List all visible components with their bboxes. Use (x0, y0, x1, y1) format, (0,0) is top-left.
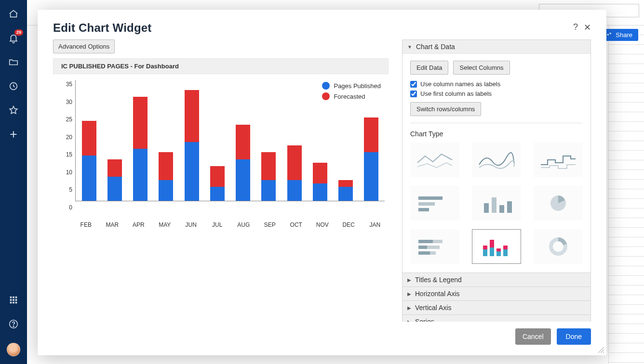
x-tick: SEP (259, 221, 281, 228)
create-icon[interactable] (8, 129, 19, 140)
checkbox-input[interactable] (410, 81, 417, 88)
plot-area: Pages Published Forecasted (75, 80, 385, 201)
chevron-right-icon: ▶ (407, 305, 411, 311)
bar-column (233, 125, 254, 201)
svg-point-11 (13, 326, 13, 326)
chart-type-bar-horizontal[interactable] (410, 186, 459, 221)
recent-icon[interactable] (8, 81, 19, 91)
svg-rect-6 (15, 299, 17, 301)
accordion-vertical-axis: ▶ Vertical Axis (402, 300, 591, 315)
chart-type-donut[interactable] (534, 229, 583, 264)
y-tick: 0 (69, 204, 72, 211)
edit-chart-widget-modal: Edit Chart Widget ? ✕ Advanced Options I… (38, 10, 606, 355)
bar-segment-secondary (82, 121, 96, 156)
notification-icon[interactable]: 29 (8, 33, 19, 43)
checkbox-input[interactable] (410, 91, 417, 97)
accordion-header-horizontal-axis[interactable]: ▶ Horizontal Axis (402, 287, 590, 300)
chart-type-bar-vertical-stacked[interactable] (472, 229, 521, 264)
y-tick: 20 (66, 134, 72, 141)
x-tick: MAY (154, 221, 176, 228)
bar-segment-secondary (107, 159, 122, 177)
svg-rect-21 (433, 240, 443, 243)
close-icon[interactable]: ✕ (584, 22, 591, 33)
svg-rect-30 (496, 251, 501, 256)
accordion-header-titles-legend[interactable]: ▶ Titles & Legend (402, 273, 590, 286)
svg-rect-24 (418, 251, 430, 255)
svg-rect-2 (13, 297, 14, 299)
help-icon[interactable] (8, 319, 19, 329)
done-button[interactable]: Done (557, 328, 591, 345)
svg-rect-25 (430, 251, 436, 255)
star-icon[interactable] (8, 105, 19, 116)
bar-segment-primary (185, 142, 199, 201)
accordion-header-chart-data[interactable]: ▼ Chart & Data (402, 40, 590, 53)
checkbox-column-names[interactable]: Use column names as labels (410, 80, 583, 88)
cancel-button[interactable]: Cancel (515, 328, 551, 345)
bar-segment-secondary (185, 90, 199, 142)
accordion-label: Titles & Legend (415, 276, 462, 284)
bar-column (284, 145, 305, 201)
switch-rows-columns-button[interactable]: Switch rows/columns (410, 102, 481, 116)
chart-type-line-smooth[interactable] (472, 143, 521, 177)
y-tick: 5 (69, 186, 72, 193)
x-tick: MAR (102, 221, 123, 228)
y-tick: 35 (66, 81, 72, 88)
bar-segment-primary (210, 187, 225, 201)
bar-segment-primary (159, 180, 173, 201)
bar-segment-secondary (133, 97, 148, 149)
svg-rect-27 (483, 246, 487, 249)
legend-label-primary: Pages Published (334, 82, 381, 90)
legend-swatch-icon (322, 92, 330, 100)
legend-label-secondary: Forecasted (334, 93, 365, 100)
edit-data-button[interactable]: Edit Data (410, 61, 448, 75)
x-tick: FEB (75, 221, 97, 228)
bar-segment-secondary (159, 152, 173, 180)
chart-type-line[interactable] (410, 143, 459, 177)
apps-icon[interactable] (8, 295, 19, 305)
accordion-titles-legend: ▶ Titles & Legend (402, 273, 591, 287)
chart-type-bar-vertical[interactable] (472, 186, 521, 221)
bar-segment-primary (261, 180, 276, 201)
y-tick: 30 (66, 99, 72, 105)
chart-type-pie[interactable] (534, 186, 583, 221)
svg-rect-17 (499, 205, 504, 213)
select-columns-button[interactable]: Select Columns (453, 61, 510, 75)
chart-type-label: Chart Type (410, 130, 583, 138)
svg-rect-13 (418, 202, 435, 206)
svg-rect-1 (10, 297, 12, 299)
chart-preview: IC PUBLISHED PAGES - For Dashboard 35302… (53, 58, 389, 228)
bar-column (130, 97, 151, 201)
bar-column (181, 90, 202, 201)
accordion-header-series[interactable]: ▶ Series (402, 315, 590, 322)
svg-rect-12 (418, 196, 443, 200)
bar-column (309, 163, 330, 201)
checkbox-first-column[interactable]: Use first column as labels (410, 90, 583, 97)
folder-icon[interactable] (8, 57, 19, 67)
x-tick: AUG (233, 221, 255, 228)
accordion-header-vertical-axis[interactable]: ▶ Vertical Axis (402, 301, 590, 314)
home-icon[interactable] (8, 9, 19, 19)
accordion-chart-data: ▼ Chart & Data Edit Data Select Columns … (402, 39, 591, 273)
bar-column (207, 166, 228, 201)
legend-item-primary: Pages Published (322, 82, 381, 90)
svg-rect-28 (490, 247, 494, 256)
bar-segment-secondary (338, 180, 353, 187)
bar-segment-secondary (261, 152, 276, 180)
bar-segment-secondary (313, 163, 327, 183)
avatar[interactable] (7, 343, 20, 356)
x-tick: DEC (338, 221, 360, 228)
resize-handle-icon[interactable] (598, 347, 604, 353)
modal-help-icon[interactable]: ? (573, 22, 578, 33)
svg-rect-29 (490, 240, 494, 247)
bar-segment-primary (313, 183, 327, 201)
legend-item-secondary: Forecasted (322, 92, 381, 100)
advanced-options-button[interactable]: Advanced Options (53, 39, 115, 53)
chart-type-bar-horizontal-stacked[interactable] (410, 229, 459, 264)
legend: Pages Published Forecasted (322, 82, 381, 103)
bar-segment-secondary (210, 166, 225, 187)
svg-rect-3 (15, 297, 17, 299)
accordion-label: Series (415, 318, 434, 322)
chart-type-step[interactable] (534, 143, 583, 177)
x-tick: OCT (285, 221, 307, 228)
checkbox-label: Use column names as labels (420, 80, 500, 88)
